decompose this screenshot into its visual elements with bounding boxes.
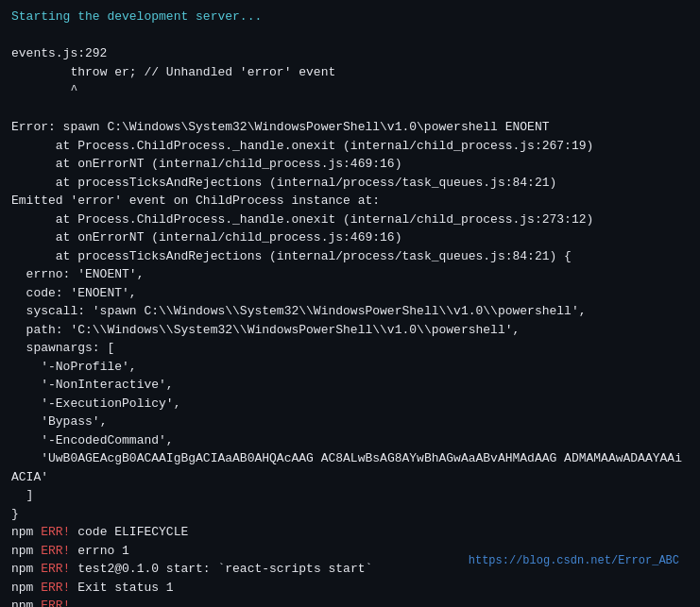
terminal-output: Starting the development server... event… — [11, 8, 689, 607]
terminal-line-8: at Process.ChildProcess._handle.onexit (… — [11, 137, 689, 156]
terminal-line-15: errno: 'ENOENT', — [11, 265, 689, 284]
terminal-line-11: Emitted 'error' event on ChildProcess in… — [11, 192, 689, 211]
terminal-line-14: at processTicksAndRejections (internal/p… — [11, 247, 689, 266]
terminal-line-21: '-NonInteractive', — [11, 376, 689, 395]
terminal-line-7: Error: spawn C:\Windows\System32\Windows… — [11, 118, 689, 137]
terminal-line-19: spawnargs: [ — [11, 339, 689, 358]
terminal-line-16: code: 'ENOENT', — [11, 284, 689, 303]
terminal-line-24: '-EncodedCommand', — [11, 431, 689, 450]
terminal-line-13: at onErrorNT (internal/child_process.js:… — [11, 228, 689, 247]
terminal-line-32: npm ERR! — [11, 597, 689, 607]
terminal-line-3: events.js:292 — [11, 44, 689, 63]
watermark-link: https://blog.csdn.net/Error_ABC — [469, 552, 679, 569]
terminal-window: Starting the development server... event… — [11, 8, 689, 607]
terminal-line-27: } — [11, 505, 689, 524]
terminal-line-20: '-NoProfile', — [11, 358, 689, 377]
terminal-line-26: ] — [11, 486, 689, 505]
terminal-line-18: path: 'C:\\Windows\\System32\\WindowsPow… — [11, 321, 689, 340]
terminal-line-28: npm ERR! code ELIFECYCLE — [11, 523, 689, 542]
terminal-line-2 — [11, 26, 689, 45]
terminal-line-23: 'Bypass', — [11, 413, 689, 431]
terminal-line-12: at Process.ChildProcess._handle.onexit (… — [11, 211, 689, 229]
terminal-line-25: 'UwB0AGEAcgB0ACAAIgBgACIAaAB0AHQAcAAG AC… — [11, 449, 689, 486]
terminal-line-6 — [11, 100, 689, 119]
terminal-line-31: npm ERR! Exit status 1 — [11, 579, 689, 598]
terminal-line-17: syscall: 'spawn C:\\Windows\\System32\\W… — [11, 302, 689, 321]
terminal-line-1: Starting the development server... — [11, 8, 689, 26]
terminal-line-10: at processTicksAndRejections (internal/p… — [11, 174, 689, 193]
terminal-line-22: '-ExecutionPolicy', — [11, 395, 689, 413]
terminal-line-9: at onErrorNT (internal/child_process.js:… — [11, 155, 689, 174]
terminal-line-4: throw er; // Unhandled 'error' event — [11, 63, 689, 82]
terminal-line-5: ^ — [11, 81, 689, 100]
